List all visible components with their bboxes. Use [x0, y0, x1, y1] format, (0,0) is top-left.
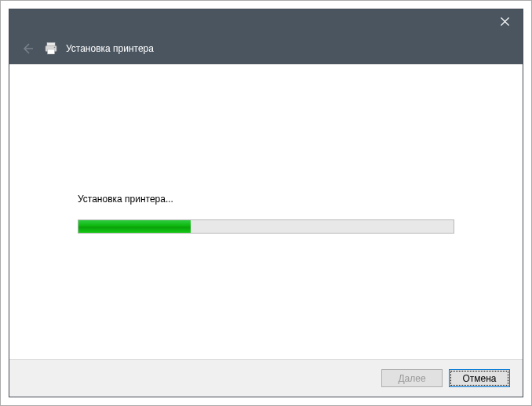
printer-icon: [44, 42, 58, 56]
cancel-button[interactable]: Отмена: [449, 369, 510, 387]
svg-rect-3: [47, 43, 55, 46]
svg-point-6: [54, 47, 56, 49]
svg-rect-5: [48, 49, 55, 54]
progress-fill: [78, 220, 191, 233]
status-text: Установка принтера...: [78, 194, 173, 205]
next-button: Далее: [381, 369, 443, 387]
wizard-title: Установка принтера: [66, 43, 154, 54]
dialog-window: Установка принтера Установка принтера...…: [9, 9, 523, 397]
back-arrow-icon: [21, 42, 34, 55]
back-button[interactable]: [19, 40, 36, 57]
footer: Далее Отмена: [9, 359, 523, 397]
outer-frame: Установка принтера Установка принтера...…: [0, 0, 532, 406]
progress-bar: [78, 219, 454, 234]
titlebar: [9, 9, 523, 33]
wizard-header: Установка принтера: [9, 33, 523, 64]
content-area: Установка принтера...: [9, 64, 523, 359]
close-button[interactable]: [487, 9, 523, 33]
close-icon: [501, 17, 509, 26]
